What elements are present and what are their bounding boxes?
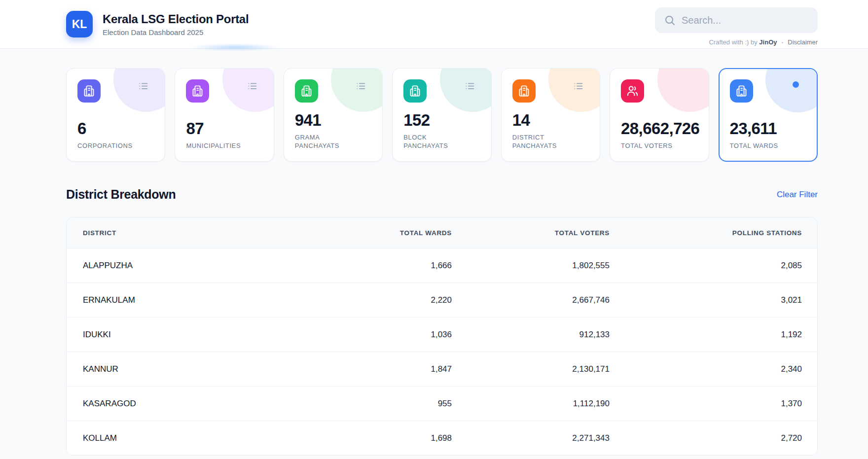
section-title: District Breakdown xyxy=(66,187,176,202)
stats-row: 6CORPORATIONS87MUNICIPALITIES941GRAMA PA… xyxy=(66,68,818,162)
total-wards-cell: 1,847 xyxy=(304,364,452,374)
column-header: POLLING STATIONS xyxy=(610,229,802,237)
table-row[interactable]: KOLLAM1,6982,271,3432,720 xyxy=(67,421,817,455)
total-wards-cell: 2,220 xyxy=(304,295,452,305)
total-wards-cell: 1,698 xyxy=(304,433,452,443)
column-header: TOTAL VOTERS xyxy=(452,229,610,237)
card-corner-blob xyxy=(657,68,709,112)
stat-card-grama-panchayats[interactable]: 941GRAMA PANCHAYATS xyxy=(284,68,383,162)
stat-value: 28,662,726 xyxy=(621,120,697,137)
polling-stations-cell: 1,370 xyxy=(610,399,802,409)
stat-value: 14 xyxy=(512,112,589,128)
stat-card-total-voters[interactable]: 28,662,726TOTAL VOTERS xyxy=(610,68,709,162)
stat-card-district-panchayats[interactable]: 14DISTRICT PANCHAYATS xyxy=(501,68,600,162)
district-cell: IDUKKI xyxy=(83,330,304,340)
building-icon xyxy=(186,79,209,103)
disclaimer-link[interactable]: Disclaimer xyxy=(788,38,818,46)
total-wards-cell: 1,036 xyxy=(304,330,452,340)
page-title: Kerala LSG Election Portal xyxy=(103,12,249,26)
stat-label: DISTRICT PANCHAYATS xyxy=(512,133,578,150)
app-header: KL Kerala LSG Election Portal Election D… xyxy=(0,0,868,49)
selected-dot-indicator xyxy=(793,81,799,88)
polling-stations-cell: 2,340 xyxy=(610,364,802,374)
credit-line: Crafted with :) by JinOy • Disclaimer xyxy=(709,38,818,46)
stat-card-corporations[interactable]: 6CORPORATIONS xyxy=(66,68,165,162)
total-voters-cell: 1,112,190 xyxy=(452,399,610,409)
stat-label: TOTAL VOTERS xyxy=(621,141,686,150)
stat-value: 6 xyxy=(77,120,154,137)
table-row[interactable]: KANNUR1,8472,130,1712,340 xyxy=(67,352,817,386)
search-icon xyxy=(664,14,676,26)
card-corner-blob xyxy=(765,68,818,112)
search-input[interactable] xyxy=(682,15,809,26)
app-logo: KL xyxy=(66,11,93,37)
column-header: DISTRICT xyxy=(83,229,304,237)
total-wards-cell: 1,666 xyxy=(304,261,452,271)
stat-label: CORPORATIONS xyxy=(77,141,143,150)
table-row[interactable]: KASARAGOD9551,112,1901,370 xyxy=(67,386,817,421)
total-voters-cell: 2,271,343 xyxy=(452,433,610,443)
building-icon xyxy=(77,79,101,103)
list-icon xyxy=(573,81,583,91)
page-subtitle: Election Data Dashboard 2025 xyxy=(103,28,249,36)
total-voters-cell: 2,667,746 xyxy=(452,295,610,305)
district-cell: KOLLAM xyxy=(83,433,304,443)
stat-value: 87 xyxy=(186,120,262,137)
users-icon xyxy=(621,79,644,103)
search-box[interactable] xyxy=(655,7,818,33)
polling-stations-cell: 1,192 xyxy=(610,330,802,340)
district-cell: ALAPPUZHA xyxy=(83,261,304,271)
building-icon xyxy=(512,79,536,103)
list-icon xyxy=(138,81,148,91)
stat-card-municipalities[interactable]: 87MUNICIPALITIES xyxy=(175,68,274,162)
stat-label: MUNICIPALITIES xyxy=(186,141,251,150)
list-icon xyxy=(356,81,366,91)
main-content: 6CORPORATIONS87MUNICIPALITIES941GRAMA PA… xyxy=(66,68,818,456)
stat-card-block-panchayats[interactable]: 152BLOCK PANCHAYATS xyxy=(392,68,491,162)
clear-filter-link[interactable]: Clear Filter xyxy=(777,190,818,200)
section-header: District Breakdown Clear Filter xyxy=(66,187,818,202)
district-cell: KANNUR xyxy=(83,364,304,374)
polling-stations-cell: 2,720 xyxy=(610,433,802,443)
list-icon xyxy=(247,81,257,91)
brand: KL Kerala LSG Election Portal Election D… xyxy=(66,11,249,37)
district-table: DISTRICTTOTAL WARDSTOTAL VOTERSPOLLING S… xyxy=(66,217,818,456)
column-header: TOTAL WARDS xyxy=(304,229,452,237)
polling-stations-cell: 3,021 xyxy=(610,295,802,305)
building-icon xyxy=(730,79,753,103)
total-wards-cell: 955 xyxy=(304,399,452,409)
stat-label: GRAMA PANCHAYATS xyxy=(295,133,360,150)
district-cell: KASARAGOD xyxy=(83,399,304,409)
total-voters-cell: 2,130,171 xyxy=(452,364,610,374)
credit-separator: • xyxy=(781,39,783,45)
total-voters-cell: 1,802,555 xyxy=(452,261,610,271)
table-row[interactable]: ALAPPUZHA1,6661,802,5552,085 xyxy=(67,248,817,282)
table-row[interactable]: ERNAKULAM2,2202,667,7463,021 xyxy=(67,282,817,317)
table-row[interactable]: IDUKKI1,036912,1331,192 xyxy=(67,317,817,352)
polling-stations-cell: 2,085 xyxy=(610,261,802,271)
stat-label: TOTAL WARDS xyxy=(730,141,795,150)
building-icon xyxy=(295,79,318,103)
total-voters-cell: 912,133 xyxy=(452,330,610,340)
stat-value: 152 xyxy=(403,112,480,128)
district-cell: ERNAKULAM xyxy=(83,295,304,305)
stat-card-total-wards[interactable]: 23,611TOTAL WARDS xyxy=(719,68,818,162)
list-icon xyxy=(465,81,475,91)
stat-value: 23,611 xyxy=(730,120,806,137)
stat-label: BLOCK PANCHAYATS xyxy=(403,133,469,150)
credit-author: JinOy xyxy=(759,38,777,46)
credit-text: Crafted with :) by JinOy xyxy=(709,38,777,46)
table-body: ALAPPUZHA1,6661,802,5552,085ERNAKULAM2,2… xyxy=(67,248,817,455)
stat-value: 941 xyxy=(295,112,371,128)
table-header-row: DISTRICTTOTAL WARDSTOTAL VOTERSPOLLING S… xyxy=(67,217,817,248)
building-icon xyxy=(403,79,427,103)
